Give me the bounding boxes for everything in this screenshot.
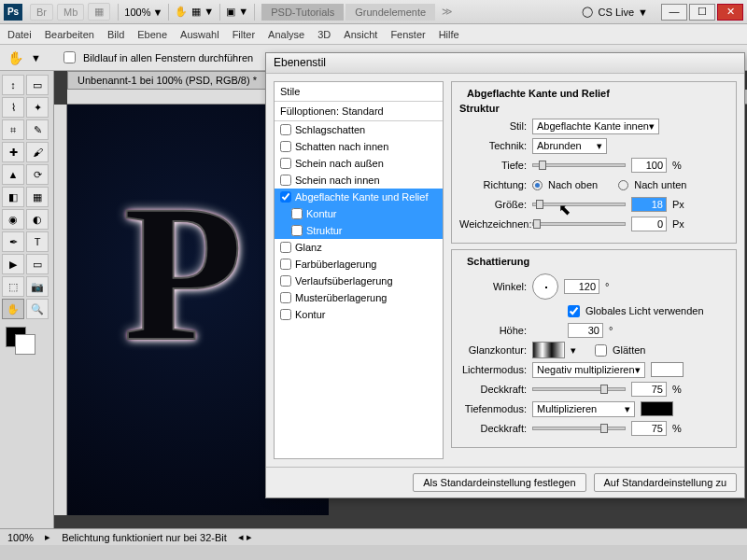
set-default-button[interactable]: Als Standardeinstellung festlegen (413, 473, 585, 492)
style-list: Stile Fülloptionen: Standard Schlagschat… (274, 81, 444, 459)
menu-bearbeiten[interactable]: Bearbeiten (45, 29, 94, 40)
blend-options-header[interactable]: Fülloptionen: Standard (275, 102, 443, 121)
soften-slider[interactable] (532, 222, 626, 226)
blur-tool[interactable]: ◉ (2, 209, 24, 230)
technik-select[interactable]: Abrunden▾ (532, 138, 607, 154)
style-bevel-struktur[interactable]: Struktur (275, 222, 443, 239)
style-kontur[interactable]: Kontur (275, 306, 443, 323)
3d-tool[interactable]: ⬚ (2, 276, 24, 297)
menu-filter[interactable]: Filter (233, 29, 255, 40)
eraser-tool[interactable]: ◧ (2, 187, 24, 207)
tab-psd-tutorials[interactable]: PSD-Tutorials (261, 4, 344, 21)
gradient-tool[interactable]: ▦ (26, 187, 49, 207)
ruler-vertical (54, 105, 67, 515)
background-color[interactable] (15, 334, 35, 355)
gloss-contour[interactable] (532, 342, 565, 358)
highlight-mode-select[interactable]: Negativ multiplizieren▾ (532, 362, 645, 378)
reset-default-button[interactable]: Auf Standardeinstellung zu (594, 473, 737, 492)
statusbar: 100% ▸ Belichtung funktioniert nur bei 3… (0, 528, 747, 545)
hand-tool[interactable]: ✋ (2, 299, 24, 319)
menu-datei[interactable]: Datei (7, 29, 32, 40)
highlight-color[interactable] (651, 362, 684, 377)
style-bevel-kontur[interactable]: Kontur (275, 205, 443, 222)
struktur-label: Struktur (459, 103, 728, 114)
marquee-tool[interactable]: ▭ (26, 75, 49, 95)
size-input[interactable]: 18 (631, 197, 667, 212)
menu-hilfe[interactable]: Hilfe (439, 29, 459, 40)
angle-control[interactable] (532, 273, 558, 300)
brush-tool[interactable]: 🖌 (26, 142, 49, 162)
zoom-tool[interactable]: 🔍 (26, 299, 49, 319)
document-tab[interactable]: Unbenannt-1 bei 100% (PSD, RGB/8) * (67, 71, 267, 90)
style-schein-innen[interactable]: Schein nach innen (275, 172, 443, 189)
close-btn[interactable]: ✕ (717, 4, 743, 21)
menu-fenster[interactable]: Fenster (390, 29, 425, 40)
cslive-btn[interactable]: CS Live (599, 7, 635, 18)
menubar: Datei Bearbeiten Bild Ebene Auswahl Filt… (0, 24, 747, 45)
color-swatches[interactable] (2, 327, 49, 355)
minibridge-btn[interactable]: Mb (57, 4, 84, 21)
bridge-btn[interactable]: Br (30, 4, 53, 21)
size-slider[interactable] (532, 203, 626, 206)
tiefe-input[interactable]: 100 (631, 158, 667, 173)
shadow-opacity-slider[interactable] (532, 427, 626, 430)
stamp-tool[interactable]: ▲ (2, 164, 24, 185)
dodge-tool[interactable]: ◐ (26, 209, 49, 230)
style-schein-aussen[interactable]: Schein nach außen (275, 155, 443, 172)
highlight-opacity-input[interactable]: 75 (631, 382, 667, 397)
menu-analyse[interactable]: Analyse (268, 29, 304, 40)
titlebar: Ps Br Mb ▦ 100% ▼ ✋ ▦ ▼ ▣ ▼ PSD-Tutorial… (0, 0, 747, 24)
eyedropper-tool[interactable]: ✎ (26, 119, 49, 140)
soften-input[interactable]: 0 (631, 217, 667, 231)
menu-3d[interactable]: 3D (317, 29, 331, 40)
move-tool[interactable]: ↕ (2, 75, 24, 95)
stil-select[interactable]: Abgeflachte Kante innen▾ (532, 119, 659, 134)
pen-tool[interactable]: ✒ (2, 231, 24, 252)
wand-tool[interactable]: ✦ (26, 97, 49, 118)
tab-grundelemente[interactable]: Grundelemente (345, 4, 435, 21)
highlight-opacity-slider[interactable] (532, 387, 626, 391)
scroll-all-checkbox[interactable] (63, 51, 76, 63)
shape-tool[interactable]: ▭ (26, 254, 49, 274)
menu-auswahl[interactable]: Auswahl (180, 29, 219, 40)
view-extras-btn[interactable]: ▦ (88, 3, 110, 21)
lasso-tool[interactable]: ⌇ (2, 97, 24, 118)
status-zoom[interactable]: 100% (7, 532, 34, 543)
path-select-tool[interactable]: ▶ (2, 254, 24, 274)
shadow-opacity-input[interactable]: 75 (631, 421, 667, 436)
status-message: Belichtung funktioniert nur bei 32-Bit (62, 532, 227, 543)
winkel-input[interactable]: 120 (564, 279, 599, 294)
hoehe-input[interactable]: 30 (568, 323, 603, 338)
type-tool[interactable]: T (26, 231, 49, 252)
style-musterueberlagerung[interactable]: Musterüberlagerung (275, 289, 443, 306)
glaetten-checkbox[interactable] (595, 344, 607, 357)
shadow-color[interactable] (641, 401, 673, 416)
canvas-letter-p: P (123, 161, 243, 385)
style-schatten-innen[interactable]: Schatten nach innen (275, 138, 443, 155)
global-light-checkbox[interactable] (568, 305, 580, 317)
minimize-btn[interactable]: — (661, 4, 687, 21)
hand-icon[interactable]: ✋ (175, 6, 188, 18)
style-glanz[interactable]: Glanz (275, 239, 443, 256)
style-verlaufsueberlagerung[interactable]: Verlaufsüberlagerung (275, 273, 443, 289)
camera-tool[interactable]: 📷 (26, 276, 49, 297)
styles-header[interactable]: Stile (275, 82, 443, 102)
healing-tool[interactable]: ✚ (2, 142, 24, 162)
zoom-display[interactable]: 100% (124, 7, 150, 18)
style-schlagschatten[interactable]: Schlagschatten (275, 121, 443, 138)
history-brush-tool[interactable]: ⟳ (26, 164, 49, 185)
menu-bild[interactable]: Bild (107, 29, 124, 40)
tiefe-slider[interactable] (532, 163, 626, 167)
menu-ansicht[interactable]: Ansicht (344, 29, 377, 40)
crop-tool[interactable]: ⌗ (2, 119, 24, 140)
richtung-down-radio[interactable] (618, 180, 628, 190)
screen-mode-icon[interactable]: ▣ ▼ (226, 6, 248, 18)
shadow-mode-select[interactable]: Multiplizieren▾ (532, 401, 635, 417)
bevel-panel: Abgeflachte Kante und Relief Struktur St… (451, 81, 737, 459)
style-bevel-emboss[interactable]: Abgeflachte Kante und Relief (275, 189, 443, 205)
maximize-btn[interactable]: ☐ (689, 4, 715, 21)
schattierung-label: Schattierung (463, 256, 533, 267)
style-farbueberlagerung[interactable]: Farbüberlagerung (275, 256, 443, 273)
richtung-up-radio[interactable] (532, 180, 543, 190)
menu-ebene[interactable]: Ebene (137, 29, 167, 40)
